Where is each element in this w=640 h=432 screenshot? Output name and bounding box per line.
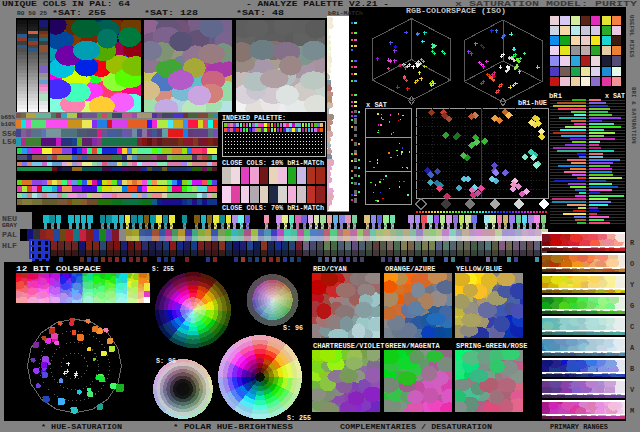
svg-text:*SAT: 128: *SAT: 128 [144, 9, 198, 17]
svg-text:YELLOW/BLUE: YELLOW/BLUE [456, 265, 502, 273]
svg-text:S: 96: S: 96 [156, 357, 176, 365]
svg-text:RGB-COLORSPACE (ISO): RGB-COLORSPACE (ISO) [406, 7, 506, 15]
svg-text:CLOSE COLS: 10% bRi-MATCh: CLOSE COLS: 10% bRi-MATCh [222, 159, 324, 167]
svg-text:CLOSE COLS: 70% bRi-MATCh: CLOSE COLS: 70% bRi-MATCh [222, 204, 324, 212]
svg-text:ORANGE/AZURE: ORANGE/AZURE [385, 265, 435, 273]
svg-text:bRi-MATCh: bRi-MATCh [328, 10, 363, 17]
svg-text:HLF: HLF [2, 242, 17, 250]
svg-text:bRi: bRi [549, 92, 562, 100]
svg-text:*SAT: 48: *SAT: 48 [236, 9, 284, 17]
svg-text:CHARTREUSE/VIOLET: CHARTREUSE/VIOLET [313, 342, 384, 350]
svg-text:COMPLEMENTARIES / DESATURATION: COMPLEMENTARIES / DESATURATION [340, 423, 492, 431]
svg-text:12 BIT COLSPACE: 12 BIT COLSPACE [16, 265, 101, 273]
svg-text:UNIQUE COLS IN PAL: 64: UNIQUE COLS IN PAL: 64 [2, 0, 130, 8]
svg-text:x SAT: x SAT [366, 101, 387, 109]
svg-text:G: G [630, 302, 634, 310]
svg-text:O: O [630, 260, 634, 268]
svg-text:PAL: PAL [2, 231, 17, 239]
svg-text:BRI & SATURATION: BRI & SATURATION [630, 87, 637, 144]
svg-text:PRIMARY RANGES: PRIMARY RANGES [550, 423, 608, 431]
svg-text:x SAT: x SAT [605, 92, 625, 100]
svg-text:SPRING-GREEN/ROSE: SPRING-GREEN/ROSE [456, 342, 527, 350]
svg-text:S: 255: S: 255 [287, 414, 311, 422]
svg-text:S: 96: S: 96 [283, 324, 303, 332]
svg-text:C: C [630, 323, 634, 331]
svg-text:* POLAR HUE-BRIGHTNESS: * POLAR HUE-BRIGHTNESS [173, 423, 293, 431]
svg-text:*SAT: 255: *SAT: 255 [52, 9, 106, 17]
svg-text:b65%: b65% [1, 114, 16, 121]
svg-text:INDEXED PALETTE:: INDEXED PALETTE: [222, 114, 286, 122]
svg-text:S: 255: S: 255 [152, 265, 174, 273]
svg-text:USEFUL MIXES: USEFUL MIXES [628, 15, 635, 58]
svg-text:GREEN/MAGENTA: GREEN/MAGENTA [385, 342, 440, 350]
svg-text:RED/CYAN: RED/CYAN [313, 265, 347, 273]
svg-text:GRAY: GRAY [2, 222, 18, 229]
svg-text:b10%: b10% [1, 121, 16, 128]
svg-text:* HUE-SATURATION: * HUE-SATURATION [41, 423, 122, 431]
svg-text:M: M [630, 407, 634, 415]
svg-text:L50: L50 [2, 138, 17, 146]
svg-text:S50: S50 [2, 130, 17, 138]
svg-text:- ANALYZE PALETTE V2.21 -: - ANALYZE PALETTE V2.21 - [246, 0, 389, 8]
svg-text:bRi-hUE: bRi-hUE [518, 99, 547, 107]
svg-text:R0 50 25: R0 50 25 [17, 10, 48, 17]
